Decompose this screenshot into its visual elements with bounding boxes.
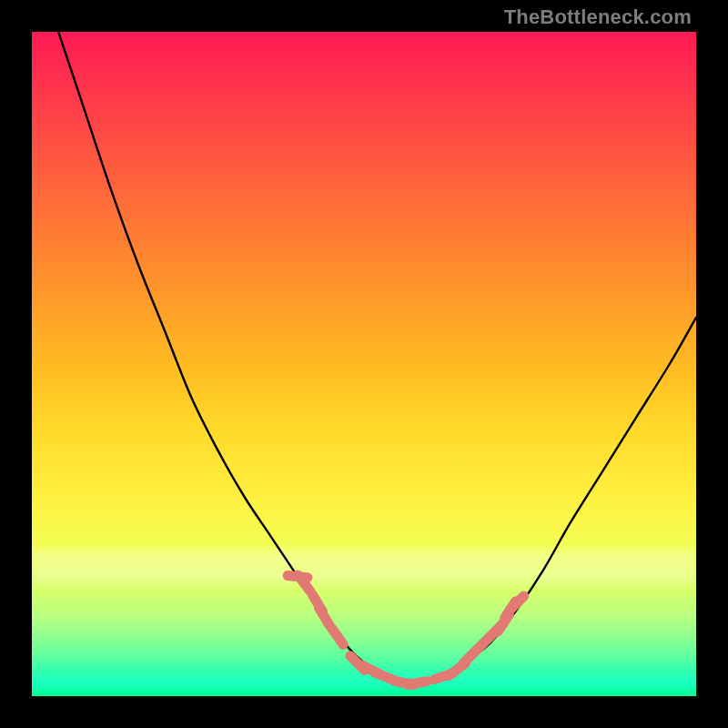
marker-dash	[510, 596, 524, 611]
chart-frame: TheBottleneck.com	[0, 0, 728, 728]
marker-dash	[408, 682, 428, 685]
bottleneck-curve	[58, 32, 696, 683]
plot-area	[32, 32, 696, 696]
marker-group	[288, 575, 524, 685]
watermark-text: TheBottleneck.com	[504, 5, 692, 29]
marker-dash	[319, 608, 329, 625]
marker-dash	[331, 628, 343, 644]
chart-svg	[32, 32, 696, 696]
